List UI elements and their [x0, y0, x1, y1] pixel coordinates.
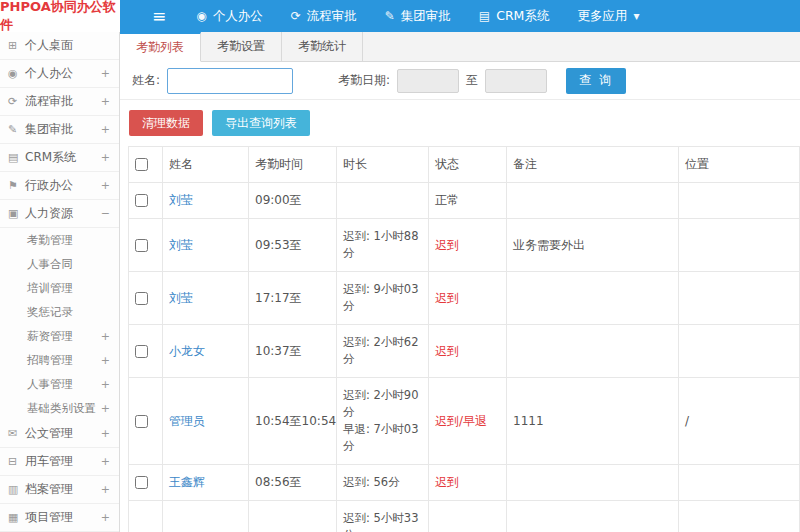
name-cell: 小龙女	[163, 325, 249, 378]
location-cell	[679, 219, 800, 272]
employee-name-link[interactable]: 刘莹	[169, 238, 193, 252]
sidebar-item-project[interactable]: ▦项目管理+	[0, 504, 119, 532]
sidebar-subitem-attendance[interactable]: 考勤管理	[0, 228, 119, 252]
sidebar-item-label: 流程审批	[25, 93, 73, 110]
export-list-button[interactable]: 导出查询列表	[212, 110, 310, 136]
location-cell: /	[679, 378, 800, 465]
expand-plus-icon[interactable]: +	[101, 427, 110, 440]
sidebar-item-label: 项目管理	[25, 509, 73, 526]
sidebar-item-document[interactable]: ✉公文管理+	[0, 420, 119, 448]
employee-name-link[interactable]: 刘莹	[169, 193, 193, 207]
name-filter-label: 姓名:	[132, 72, 160, 89]
expand-plus-icon[interactable]: +	[101, 483, 110, 496]
sidebar-item-label: 个人桌面	[25, 37, 73, 54]
sidebar-subitem-base-category[interactable]: 基础类别设置+	[0, 396, 119, 420]
duration-line: 迟到: 2小时90分	[343, 387, 422, 421]
status-text: 迟到	[435, 238, 459, 252]
duration-line: 迟到: 56分	[343, 474, 422, 491]
time-cell: 08:56至	[249, 465, 337, 501]
row-checkbox[interactable]	[135, 476, 148, 489]
row-checkbox[interactable]	[135, 239, 148, 252]
nav-item-more-apps[interactable]: 更多应用▾	[563, 0, 653, 32]
expand-plus-icon[interactable]: +	[101, 378, 110, 391]
user-icon: ◉	[196, 9, 206, 23]
tab-attendance-list[interactable]: 考勤列表	[120, 32, 201, 62]
date-to-input[interactable]	[485, 69, 547, 93]
employee-name-link[interactable]: 王鑫辉	[169, 475, 205, 489]
name-filter-input[interactable]	[167, 68, 293, 94]
status-cell: 正常	[429, 183, 507, 219]
duration-cell: 迟到: 2小时62分	[337, 325, 429, 378]
expand-plus-icon[interactable]: +	[101, 354, 110, 367]
main-content: 考勤列表考勤设置考勤统计 姓名: 考勤日期: 至 查 询 清理数据 导出查询列表…	[120, 32, 800, 532]
row-checkbox-cell	[129, 272, 163, 325]
duration-line: 迟到: 9小时03分	[343, 281, 422, 315]
expand-plus-icon[interactable]: +	[101, 95, 110, 108]
remark-cell: 1111	[507, 378, 679, 465]
flow-icon: ⟳	[8, 95, 25, 108]
name-cell: 管理员	[163, 378, 249, 465]
nav-item-personal-office[interactable]: ◉个人办公	[182, 0, 276, 32]
expand-plus-icon[interactable]: +	[101, 151, 110, 164]
mail-icon: ✉	[8, 427, 25, 440]
sidebar-item-desktop[interactable]: ⊞个人桌面	[0, 32, 119, 60]
status-cell: 迟到	[429, 219, 507, 272]
clean-data-button[interactable]: 清理数据	[129, 110, 203, 136]
remark-cell: 业务需要外出	[507, 219, 679, 272]
sidebar-subitem-recruit[interactable]: 招聘管理+	[0, 348, 119, 372]
sidebar-item-group-approval[interactable]: ✎集团审批+	[0, 116, 119, 144]
row-checkbox-cell	[129, 378, 163, 465]
sidebar-item-process-approval[interactable]: ⟳流程审批+	[0, 88, 119, 116]
status-text: 迟到	[435, 291, 459, 305]
expand-plus-icon[interactable]: +	[101, 402, 110, 415]
remark-cell	[507, 501, 679, 532]
sidebar-item-crm-system[interactable]: ▤CRM系统+	[0, 144, 119, 172]
employee-name-link[interactable]: 小龙女	[169, 344, 205, 358]
topbar: PHPOA协同办公软件 ≡ ◉个人办公⟳流程审批✎集团审批▤CRM系统更多应用▾	[0, 0, 800, 32]
row-checkbox[interactable]	[135, 345, 148, 358]
nav-item-crm-system[interactable]: ▤CRM系统	[465, 0, 564, 32]
duration-cell: 迟到: 5小时33分早退: 4小时67分	[337, 501, 429, 532]
sidebar-item-label: CRM系统	[25, 149, 76, 166]
tab-attendance-settings[interactable]: 考勤设置	[201, 32, 282, 62]
expand-plus-icon[interactable]: +	[101, 67, 110, 80]
sidebar-item-hr[interactable]: ▣人力资源−	[0, 200, 119, 228]
sidebar-subitem-training[interactable]: 培训管理	[0, 276, 119, 300]
expand-plus-icon[interactable]: +	[101, 455, 110, 468]
nav-item-process-approval[interactable]: ⟳流程审批	[277, 0, 371, 32]
employee-name-link[interactable]: 刘莹	[169, 291, 193, 305]
search-button[interactable]: 查 询	[566, 68, 626, 94]
nav-item-group-approval[interactable]: ✎集团审批	[371, 0, 465, 32]
sidebar-subitem-hr-contract[interactable]: 人事合同	[0, 252, 119, 276]
expand-plus-icon[interactable]: +	[101, 179, 110, 192]
top-navigation: ◉个人办公⟳流程审批✎集团审批▤CRM系统更多应用▾	[182, 0, 653, 32]
row-checkbox[interactable]	[135, 415, 148, 428]
location-cell	[679, 325, 800, 378]
employee-name-link[interactable]: 管理员	[169, 414, 205, 428]
row-checkbox[interactable]	[135, 292, 148, 305]
expand-plus-icon[interactable]: +	[101, 330, 110, 343]
status-text: 迟到	[435, 344, 459, 358]
expand-plus-icon[interactable]: +	[101, 123, 110, 136]
sidebar-item-vehicle[interactable]: ⊟用车管理+	[0, 448, 119, 476]
select-all-checkbox[interactable]	[135, 158, 148, 171]
menu-toggle-icon[interactable]: ≡	[152, 0, 166, 32]
duration-cell: 迟到: 2小时90分早退: 7小时03分	[337, 378, 429, 465]
date-from-input[interactable]	[397, 69, 459, 93]
row-checkbox[interactable]	[135, 194, 148, 207]
row-checkbox-cell	[129, 465, 163, 501]
expand-plus-icon[interactable]: +	[101, 511, 110, 524]
tab-bar: 考勤列表考勤设置考勤统计	[120, 32, 800, 62]
tab-attendance-stats[interactable]: 考勤统计	[282, 32, 363, 62]
sidebar-subitem-rewards[interactable]: 奖惩记录	[0, 300, 119, 324]
table-head: 姓名考勤时间时长状态备注位置	[129, 147, 800, 183]
status-cell: 迟到	[429, 325, 507, 378]
location-cell: /	[679, 501, 800, 532]
sidebar-subitem-salary[interactable]: 薪资管理+	[0, 324, 119, 348]
sidebar-item-admin-office[interactable]: ⚑行政办公+	[0, 172, 119, 200]
sidebar-subitem-personnel[interactable]: 人事管理+	[0, 372, 119, 396]
collapse-minus-icon[interactable]: −	[101, 207, 110, 220]
sidebar-item-archive[interactable]: ▥档案管理+	[0, 476, 119, 504]
sidebar-item-personal-office[interactable]: ◉个人办公+	[0, 60, 119, 88]
column-header: 备注	[507, 147, 679, 183]
